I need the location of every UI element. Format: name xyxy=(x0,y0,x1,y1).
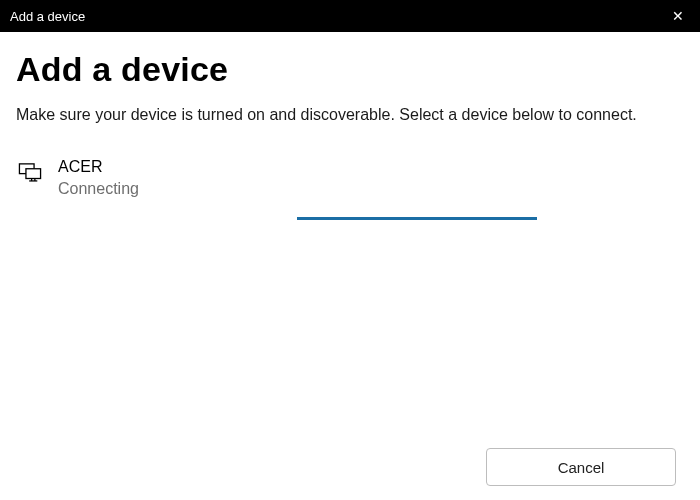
cancel-button[interactable]: Cancel xyxy=(486,448,676,486)
progress-track xyxy=(16,217,684,221)
close-button[interactable]: ✕ xyxy=(655,0,700,32)
titlebar: Add a device ✕ xyxy=(0,0,700,32)
displays-icon xyxy=(16,158,44,186)
close-icon: ✕ xyxy=(672,8,684,24)
device-row[interactable]: ACER Connecting xyxy=(16,150,684,205)
dialog-content: Add a device Make sure your device is tu… xyxy=(0,32,700,500)
window-title: Add a device xyxy=(10,9,85,24)
dialog-footer: Cancel xyxy=(16,434,684,500)
svg-rect-1 xyxy=(26,169,41,179)
dialog-heading: Add a device xyxy=(16,50,684,89)
device-status: Connecting xyxy=(58,178,139,200)
device-info: ACER Connecting xyxy=(58,156,139,199)
progress-indicator xyxy=(297,217,537,220)
device-name: ACER xyxy=(58,156,139,178)
dialog-instruction: Make sure your device is turned on and d… xyxy=(16,103,684,126)
